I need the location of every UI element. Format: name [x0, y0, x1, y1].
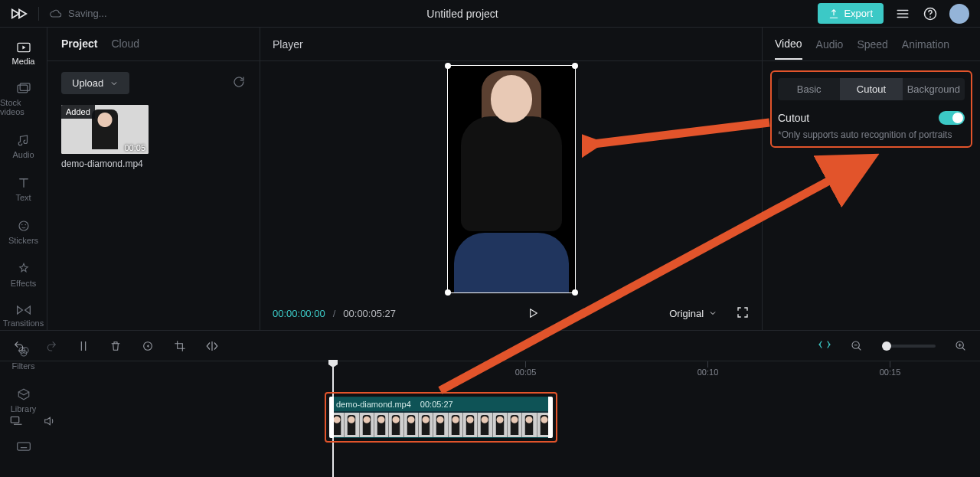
- rail-stock-videos[interactable]: Stock videos: [0, 80, 47, 119]
- added-badge: Added: [61, 105, 95, 119]
- fullscreen-button[interactable]: [736, 305, 750, 322]
- timeline-ruler[interactable]: 00:05 00:10 00:15: [0, 361, 980, 381]
- ratio-label: Original: [669, 308, 704, 319]
- resize-handle-tr[interactable]: [572, 63, 578, 69]
- saving-label: Saving...: [68, 8, 107, 19]
- text-icon: [17, 176, 31, 190]
- asset-thumbnail[interactable]: Added 00:05: [61, 105, 149, 154]
- chevron-down-icon: [708, 309, 717, 318]
- time-separator: /: [333, 308, 336, 319]
- resize-handle-tl[interactable]: [445, 63, 451, 69]
- svg-point-5: [19, 221, 28, 230]
- tab-cloud[interactable]: Cloud: [111, 38, 139, 51]
- rail-text[interactable]: Text: [0, 173, 47, 205]
- timeline-body[interactable]: 00:05 00:10 00:15 demo-diamond.mp4 00:05…: [0, 361, 980, 477]
- reverse-button[interactable]: [141, 339, 155, 353]
- rail-effects[interactable]: Effects: [0, 259, 47, 291]
- split-button[interactable]: [77, 339, 90, 353]
- inspector-panel: Video Audio Speed Animation Basic Cutout…: [763, 28, 980, 330]
- tab-video[interactable]: Video: [775, 29, 802, 60]
- redo-icon: [45, 340, 57, 352]
- subtab-cutout[interactable]: Cutout: [840, 78, 902, 100]
- svg-rect-15: [11, 417, 19, 423]
- rail-stickers[interactable]: Stickers: [0, 216, 47, 248]
- video-subtabs: Basic Cutout Background: [778, 78, 965, 100]
- delete-button[interactable]: [109, 339, 122, 353]
- refresh-icon: [232, 75, 246, 89]
- project-panel: Project Cloud Upload Added 00:05 demo-: [47, 28, 260, 330]
- total-time: 00:00:05:27: [343, 308, 396, 319]
- mirror-button[interactable]: [205, 339, 219, 353]
- rail-label: Audio: [12, 150, 34, 159]
- subtab-basic[interactable]: Basic: [778, 78, 840, 100]
- ratio-button[interactable]: Original: [669, 308, 717, 319]
- main-area: Media Stock videos Audio Text Stickers E…: [0, 28, 980, 330]
- export-label: Export: [844, 8, 873, 19]
- tab-animation[interactable]: Animation: [902, 30, 949, 59]
- cutout-toggle[interactable]: [939, 111, 965, 125]
- crop-button[interactable]: [173, 339, 187, 353]
- asset-name: demo-diamond.mp4: [61, 158, 149, 169]
- upload-button[interactable]: Upload: [61, 72, 129, 94]
- track-toggle[interactable]: [9, 415, 23, 426]
- menu-lines-icon: [896, 7, 910, 21]
- play-icon: [527, 307, 539, 319]
- tab-project[interactable]: Project: [61, 38, 97, 51]
- export-button[interactable]: Export: [818, 3, 884, 24]
- cloud-icon: [50, 8, 62, 20]
- clip-trim-right[interactable]: [548, 397, 553, 438]
- split-icon: [77, 339, 90, 353]
- svg-rect-3: [18, 85, 28, 93]
- svg-rect-4: [20, 83, 30, 91]
- audio-icon: [17, 133, 31, 147]
- tick-label: 00:15: [880, 368, 901, 377]
- rail-transitions[interactable]: Transitions: [0, 302, 47, 331]
- divider: [38, 7, 39, 21]
- refresh-button[interactable]: [232, 75, 246, 92]
- player-viewport[interactable]: [260, 61, 762, 296]
- layers-icon: [9, 415, 23, 426]
- play-button[interactable]: [523, 303, 543, 323]
- zoom-in-button[interactable]: [954, 339, 968, 353]
- trash-icon: [109, 340, 122, 352]
- zoom-fit-button[interactable]: [818, 339, 831, 353]
- help-icon: [923, 6, 938, 21]
- clip-duration: 00:05:27: [420, 400, 453, 409]
- resize-handle-bl[interactable]: [445, 289, 451, 296]
- tab-audio[interactable]: Audio: [816, 30, 844, 59]
- crop-icon: [174, 340, 186, 352]
- rail-label: Stickers: [8, 236, 38, 245]
- mute-button[interactable]: [43, 415, 55, 430]
- undo-icon: [13, 340, 25, 352]
- svg-point-6: [21, 224, 23, 226]
- rail-label: Text: [15, 193, 31, 202]
- zoom-slider[interactable]: [882, 345, 936, 348]
- top-bar: Saving... Untitled project Export: [0, 0, 980, 28]
- rail-label: Transitions: [3, 319, 44, 328]
- app-logo[interactable]: [11, 8, 28, 20]
- media-asset[interactable]: Added 00:05 demo-diamond.mp4: [61, 105, 149, 169]
- menu-button[interactable]: [894, 5, 911, 22]
- undo-button[interactable]: [12, 339, 26, 353]
- tab-speed[interactable]: Speed: [857, 30, 887, 59]
- project-title[interactable]: Untitled project: [107, 8, 818, 20]
- rail-media[interactable]: Media: [0, 38, 47, 69]
- player-title: Player: [273, 38, 303, 51]
- user-avatar[interactable]: [949, 4, 969, 24]
- asset-duration: 00:05: [124, 143, 145, 152]
- timeline-clip[interactable]: demo-diamond.mp4 00:05:27: [329, 397, 553, 438]
- zoom-in-icon: [955, 340, 967, 352]
- preview-frame[interactable]: [447, 65, 576, 293]
- help-button[interactable]: [922, 5, 939, 22]
- resize-handle-br[interactable]: [572, 289, 578, 296]
- stock-icon: [16, 83, 31, 95]
- cutout-title: Cutout: [778, 112, 809, 124]
- subtab-background[interactable]: Background: [903, 78, 965, 100]
- stickers-icon: [17, 219, 31, 233]
- clip-trim-left[interactable]: [329, 397, 334, 438]
- redo-button[interactable]: [44, 339, 58, 353]
- zoom-out-button[interactable]: [850, 339, 864, 353]
- rail-label: Media: [12, 57, 35, 66]
- rail-audio[interactable]: Audio: [0, 130, 47, 162]
- project-tabs: Project Cloud: [47, 28, 260, 61]
